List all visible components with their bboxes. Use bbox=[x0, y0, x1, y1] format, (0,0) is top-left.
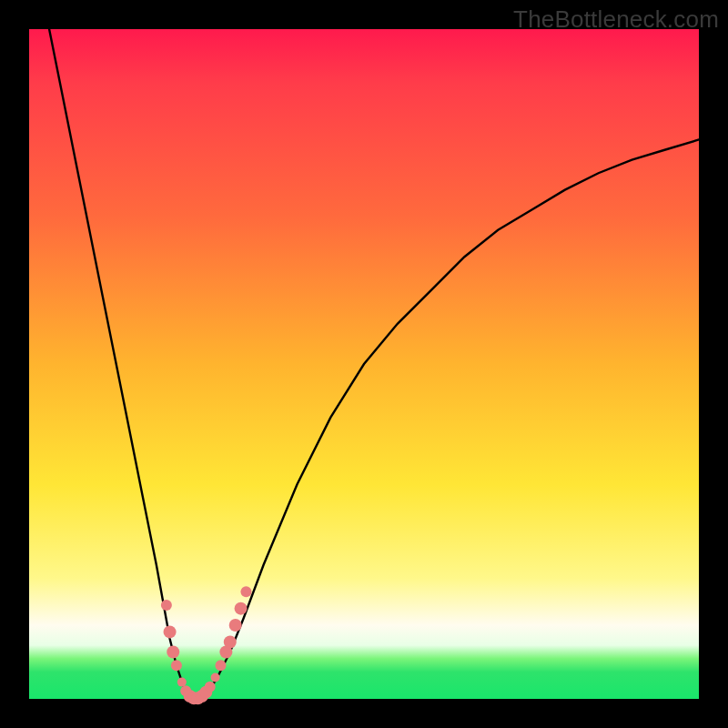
marker-dot bbox=[177, 678, 187, 687]
left-branch-line bbox=[49, 29, 197, 699]
marker-dot bbox=[211, 672, 220, 682]
marker-dot bbox=[229, 619, 242, 632]
highlight-markers bbox=[161, 586, 252, 704]
marker-dot bbox=[167, 645, 179, 658]
marker-dot bbox=[240, 586, 251, 597]
marker-dot bbox=[164, 625, 177, 638]
marker-dot bbox=[224, 635, 237, 648]
marker-dot bbox=[235, 602, 248, 615]
plot-area bbox=[29, 29, 699, 699]
marker-dot bbox=[161, 600, 172, 611]
curve-layer bbox=[29, 29, 699, 699]
attribution-text: TheBottleneck.com bbox=[513, 5, 719, 34]
marker-dot bbox=[216, 660, 227, 671]
chart-frame: TheBottleneck.com bbox=[0, 0, 728, 728]
marker-dot bbox=[205, 682, 216, 693]
marker-dot bbox=[171, 660, 182, 671]
right-branch-line bbox=[197, 139, 699, 699]
